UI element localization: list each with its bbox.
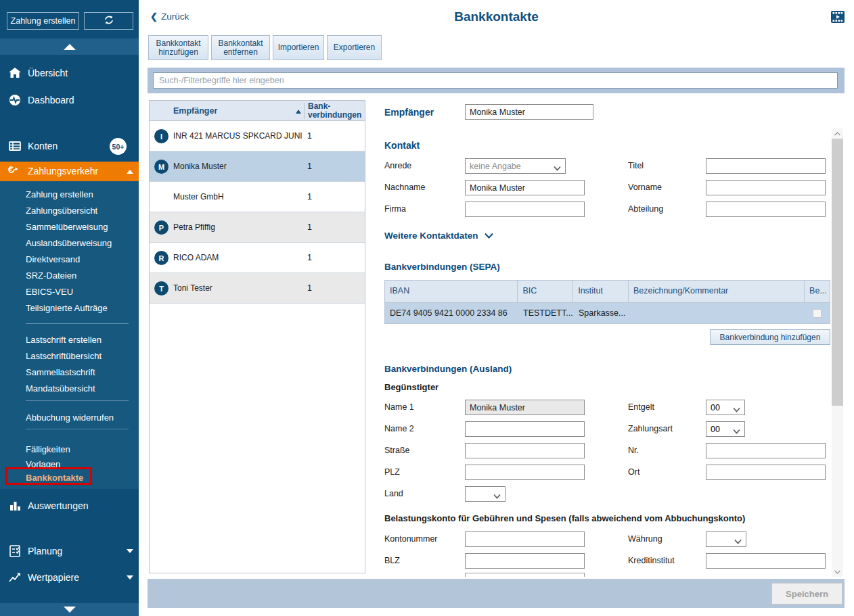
- scrollbar-thumb[interactable]: [832, 139, 843, 406]
- submenu-zahlung-erstellen[interactable]: Zahlung erstellen: [26, 189, 93, 199]
- firma-input[interactable]: [465, 202, 585, 217]
- create-payment-button[interactable]: Zahlung erstellen: [7, 12, 79, 30]
- submenu-sammellastschrift[interactable]: Sammellastschrift: [26, 367, 95, 377]
- column-header-bic[interactable]: BIC: [518, 281, 573, 302]
- sidebar-item-konten[interactable]: Konten 50+: [0, 136, 139, 156]
- blz-input[interactable]: [465, 553, 585, 569]
- chevron-down-icon: [485, 231, 493, 241]
- column-header-bearbeiten[interactable]: Be...: [805, 281, 830, 302]
- titel-input[interactable]: [706, 158, 826, 174]
- column-header-bezeichnung[interactable]: Bezeichnung/Kommentar: [629, 281, 805, 302]
- contact-list: Empfänger Bank- verbindungen I INR 421 M…: [149, 100, 365, 573]
- bankkontakte-screen: Zahlung erstellen Übersicht Dashboard: [0, 0, 854, 616]
- strasse-input[interactable]: [465, 443, 585, 458]
- submenu-lastschriftuebersicht[interactable]: Lastschriftübersicht: [26, 351, 102, 361]
- contact-row[interactable]: Muster GmbH 1: [150, 182, 365, 212]
- search-input[interactable]: [153, 72, 838, 89]
- sidebar: Zahlung erstellen Übersicht Dashboard: [0, 0, 139, 616]
- submenu-mandatsuebersicht[interactable]: Mandatsübersicht: [26, 383, 95, 394]
- sidebar-item-uebersicht[interactable]: Übersicht: [0, 63, 139, 83]
- contact-row[interactable]: I INR 421 MARCUS SPKCARD JUNI 1: [150, 121, 365, 151]
- chevron-down-icon: [734, 537, 742, 546]
- zahlungsart-label: Zahlungsart: [628, 424, 673, 433]
- page-title: Bankkontakte: [148, 9, 845, 24]
- more-contact-data-label: Weitere Kontaktdaten: [384, 231, 478, 241]
- collapse-up-icon: [64, 44, 76, 50]
- waehrung-select[interactable]: [706, 531, 746, 547]
- sepa-table-row[interactable]: DE74 9405 9421 0000 2334 86 TESTDETT... …: [385, 302, 830, 323]
- kreditinstitut-label: Kreditinstitut: [628, 556, 675, 565]
- contact-row-selected[interactable]: M Monika Muster 1: [150, 151, 365, 182]
- back-button[interactable]: ❮ Zurück: [150, 11, 189, 22]
- submenu-divider: [26, 429, 129, 429]
- ort-input[interactable]: [706, 465, 826, 480]
- submenu-ebics-veu[interactable]: EBICS-VEU: [26, 287, 73, 297]
- sidebar-item-planung[interactable]: Planung: [0, 541, 139, 561]
- land-select[interactable]: [465, 486, 505, 502]
- remove-bankcontact-button[interactable]: Bankkontakt entfernen: [211, 35, 270, 60]
- refresh-button[interactable]: [84, 12, 133, 30]
- firma-label: Firma: [384, 204, 406, 214]
- sidebar-item-dashboard[interactable]: Dashboard: [0, 90, 139, 110]
- scroll-down-arrow[interactable]: [832, 567, 843, 577]
- bearbeiten-checkbox[interactable]: [813, 309, 822, 318]
- accounts-icon: [8, 139, 22, 153]
- anrede-select[interactable]: keine Angabe: [465, 158, 566, 174]
- entgelt-select[interactable]: 00: [706, 400, 745, 415]
- kontonummer-input[interactable]: [465, 531, 585, 547]
- sidebar-expand-strip[interactable]: [0, 603, 139, 616]
- column-header-institut[interactable]: Institut: [573, 281, 629, 302]
- scroll-up-arrow[interactable]: [832, 128, 843, 139]
- submenu-lastschrift-erstellen[interactable]: Lastschrift erstellen: [26, 335, 102, 345]
- bank-connection-count: 1: [307, 222, 312, 232]
- video-help-icon[interactable]: [831, 11, 845, 23]
- column-header-iban[interactable]: IBAN: [385, 281, 518, 302]
- section-expand-icon: [127, 575, 133, 579]
- export-button[interactable]: Exportieren: [327, 35, 382, 60]
- submenu-zahlungsuebersicht[interactable]: Zahlungsübersicht: [26, 206, 97, 216]
- avatar: M: [154, 160, 168, 174]
- nr-input[interactable]: [706, 443, 826, 458]
- plz-input[interactable]: [465, 465, 585, 480]
- sidebar-item-wertpapiere[interactable]: Wertpapiere: [0, 567, 139, 588]
- sort-ascending-icon: [296, 110, 301, 114]
- submenu-srz-dateien[interactable]: SRZ-Dateien: [26, 270, 76, 281]
- vorname-input[interactable]: [706, 180, 826, 195]
- sidebar-item-auswertungen[interactable]: Auswertungen: [0, 496, 139, 516]
- add-bankcontact-button[interactable]: Bankkontakt hinzufügen: [148, 35, 208, 60]
- sepa-table: IBAN BIC Institut Bezeichnung/Kommentar …: [384, 280, 830, 324]
- name2-input[interactable]: [465, 421, 585, 437]
- submenu-sammelueberweisung[interactable]: Sammelüberweisung: [26, 222, 108, 232]
- import-button[interactable]: Importieren: [273, 35, 324, 60]
- submenu-faelligkeiten[interactable]: Fälligkeiten: [26, 444, 70, 454]
- submenu-auslandsueberweisung[interactable]: Auslandsüberweisung: [26, 238, 112, 248]
- detail-scrollbar[interactable]: [832, 128, 843, 577]
- foreign-section-heading: Bankverbindungen (Ausland): [384, 364, 512, 374]
- contact-row[interactable]: T Toni Tester 1: [150, 273, 365, 304]
- contact-row[interactable]: P Petra Pfiffig 1: [150, 212, 365, 243]
- submenu-direktversand[interactable]: Direktversand: [26, 254, 80, 264]
- submenu-bankkontakte-active[interactable]: Bankkontakte: [26, 473, 83, 483]
- titel-label: Titel: [628, 161, 644, 170]
- nachname-input[interactable]: [465, 180, 585, 195]
- payments-euro-icon: €: [8, 164, 22, 178]
- sidebar-collapse-strip[interactable]: [0, 39, 139, 55]
- submenu-divider: [26, 400, 129, 401]
- sidebar-item-label: Planung: [28, 546, 62, 556]
- save-button[interactable]: Speichern: [771, 583, 842, 605]
- abteilung-input[interactable]: [706, 202, 826, 217]
- kreditinstitut-input[interactable]: [706, 553, 826, 569]
- sidebar-item-zahlungsverkehr[interactable]: € Zahlungsverkehr: [0, 162, 139, 181]
- contact-row[interactable]: R RICO ADAM 1: [150, 243, 365, 273]
- submenu-teilsignierte-auftraege[interactable]: Teilsignierte Aufträge: [26, 303, 108, 313]
- name1-input[interactable]: [465, 400, 585, 415]
- entgelt-label: Entgelt: [628, 402, 654, 412]
- more-contact-data-expander[interactable]: Weitere Kontaktdaten: [384, 231, 493, 241]
- add-bank-connection-button[interactable]: Bankverbindung hinzufügen: [710, 329, 830, 345]
- zahlungsart-select[interactable]: 00: [706, 421, 745, 437]
- column-header-bankverbindungen[interactable]: Bank- verbindungen: [308, 102, 361, 120]
- column-header-empfaenger[interactable]: Empfänger: [173, 106, 217, 116]
- submenu-abbuchung-widerrufen[interactable]: Abbuchung widerrufen: [26, 412, 114, 423]
- partial-input-cutoff[interactable]: [465, 573, 585, 577]
- recipient-input[interactable]: [465, 104, 593, 120]
